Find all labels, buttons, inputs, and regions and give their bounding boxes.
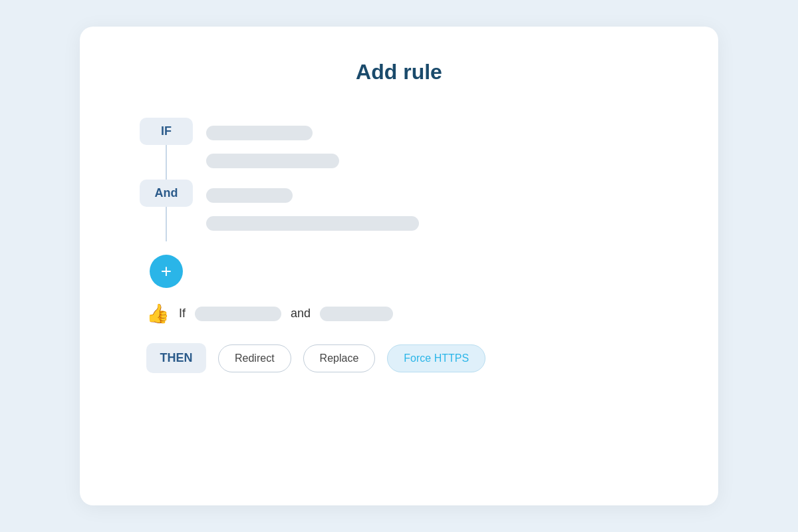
thumbs-up-icon: 👍 <box>146 303 170 325</box>
and-field-1 <box>206 188 293 203</box>
and-field-2 <box>206 216 419 231</box>
rule-builder: IF And + 👍 If and <box>120 118 678 373</box>
and-summary-text: and <box>291 307 311 321</box>
add-condition-row: + <box>150 255 678 288</box>
if-badge: IF <box>140 118 193 145</box>
summary-field-1 <box>195 307 281 321</box>
then-section: THEN Redirect Replace Force HTTPS <box>146 343 678 373</box>
page-title: Add rule <box>120 60 678 84</box>
summary-row: 👍 If and <box>146 303 678 325</box>
and-badge: And <box>140 180 193 207</box>
redirect-button[interactable]: Redirect <box>218 344 291 372</box>
replace-button[interactable]: Replace <box>303 344 376 372</box>
if-field-1 <box>206 126 313 140</box>
force-https-button[interactable]: Force HTTPS <box>387 344 485 372</box>
add-rule-card: Add rule IF And + <box>80 27 718 505</box>
add-condition-button[interactable]: + <box>150 255 183 288</box>
then-badge: THEN <box>146 343 206 373</box>
if-summary-text: If <box>179 307 186 321</box>
connector-line-2 <box>166 207 167 241</box>
if-field-2 <box>206 154 339 168</box>
connector-line-1 <box>166 145 167 180</box>
summary-field-2 <box>320 307 393 321</box>
